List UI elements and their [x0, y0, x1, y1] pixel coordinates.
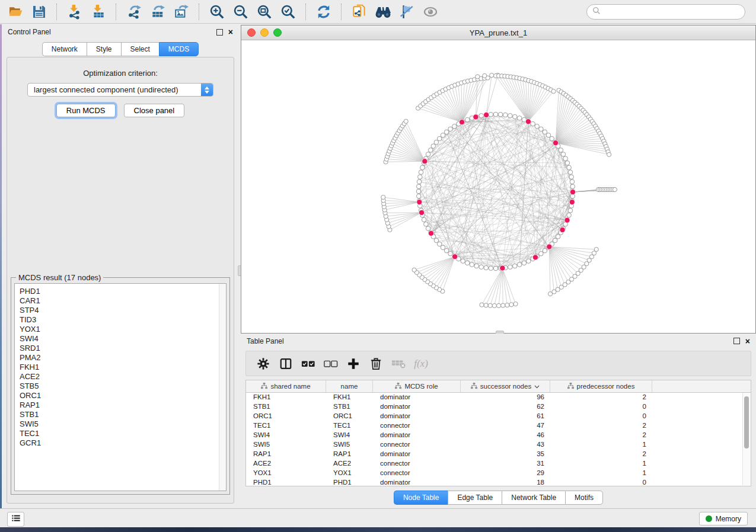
delete-column-button[interactable] [367, 355, 385, 372]
table-cell[interactable]: 96 [461, 393, 550, 400]
criterion-dropdown[interactable]: largest connected component (undirected) [27, 83, 213, 97]
table-cell[interactable]: 0 [550, 479, 652, 486]
float-panel-icon[interactable] [216, 29, 223, 36]
table-cell[interactable]: dominator [373, 393, 461, 400]
column-header-name[interactable]: name [326, 380, 373, 392]
table-cell[interactable]: 2 [550, 393, 652, 400]
export-image-button[interactable] [172, 3, 191, 21]
table-cell[interactable]: connector [373, 422, 461, 429]
table-cell[interactable]: SWI5 [246, 441, 326, 448]
table-cell[interactable]: PHD1 [326, 479, 373, 486]
table-cell[interactable]: RAP1 [246, 450, 326, 457]
toggle-columns-button[interactable] [277, 355, 295, 372]
automation-panel-button[interactable] [7, 512, 24, 527]
mcds-result-item[interactable]: TID3 [20, 315, 226, 325]
table-row[interactable]: ACE2ACE2connector311 [246, 459, 742, 468]
table-settings-button[interactable] [254, 355, 272, 372]
table-cell[interactable]: 0 [550, 403, 652, 410]
graphics-details-button[interactable] [397, 3, 416, 21]
table-row[interactable]: ORC1ORC1dominator610 [246, 411, 742, 421]
table-cell[interactable]: 1 [550, 460, 652, 467]
mcds-result-item[interactable]: STB5 [20, 382, 226, 391]
table-cell[interactable]: ORC1 [246, 412, 326, 419]
mcds-result-item[interactable]: ACE2 [20, 372, 226, 382]
table-cell[interactable]: 47 [461, 422, 550, 429]
mcds-result-item[interactable]: STP4 [20, 306, 226, 315]
mcds-result-item[interactable]: YOX1 [20, 325, 226, 334]
table-cell[interactable]: 1 [550, 469, 652, 476]
table-cell[interactable]: YOX1 [326, 469, 373, 476]
add-column-button[interactable] [344, 355, 362, 372]
table-cell[interactable]: TEC1 [326, 422, 373, 429]
table-row[interactable]: YOX1YOX1connector291 [246, 468, 742, 477]
zoom-out-button[interactable] [231, 3, 250, 21]
table-row[interactable]: STB1STB1dominator620 [246, 402, 742, 411]
mcds-result-item[interactable]: SWI4 [20, 334, 226, 344]
mcds-result-item[interactable]: TEC1 [20, 429, 226, 438]
table-cell[interactable]: dominator [373, 450, 461, 457]
zoom-in-button[interactable] [208, 3, 227, 21]
table-cell[interactable]: 2 [550, 450, 652, 457]
import-table-button[interactable] [89, 3, 108, 21]
table-cell[interactable]: RAP1 [326, 450, 373, 457]
mcds-result-item[interactable]: ORC1 [20, 391, 226, 400]
table-cell[interactable]: 1 [550, 441, 652, 448]
mcds-result-item[interactable]: PMA2 [20, 353, 226, 363]
unselect-all-columns-button[interactable] [322, 355, 340, 372]
table-cell[interactable]: connector [373, 441, 461, 448]
import-network-button[interactable] [65, 3, 84, 21]
table-cell[interactable]: 46 [461, 431, 550, 438]
table-cell[interactable]: 18 [461, 479, 550, 486]
memory-button[interactable]: Memory [699, 512, 748, 525]
table-scrollbar[interactable] [742, 393, 750, 485]
close-panel-icon[interactable]: × [228, 29, 233, 35]
table-cell[interactable]: dominator [373, 479, 461, 486]
table-cell[interactable]: 31 [461, 460, 550, 467]
mcds-result-item[interactable]: GCR1 [20, 438, 226, 448]
table-cell[interactable]: SWI4 [326, 431, 373, 438]
mcds-result-item[interactable]: FKH1 [20, 363, 226, 372]
table-row[interactable]: FKH1FKH1dominator962 [246, 392, 742, 402]
table-cell[interactable]: dominator [373, 403, 461, 410]
mcds-result-item[interactable]: SWI5 [20, 419, 226, 429]
mcds-result-item[interactable]: SRD1 [20, 344, 226, 353]
table-scrollbar-thumb[interactable] [744, 396, 749, 448]
table-cell[interactable]: 61 [461, 412, 550, 419]
table-cell[interactable]: dominator [373, 431, 461, 438]
zoom-fit-button[interactable] [255, 3, 274, 21]
table-cell[interactable]: STB1 [246, 403, 326, 410]
table-cell[interactable]: 2 [550, 422, 652, 429]
tab-motifs[interactable]: Motifs [565, 491, 603, 505]
mcds-result-item[interactable]: PHD1 [20, 287, 226, 296]
table-row[interactable]: RAP1RAP1dominator352 [246, 449, 742, 459]
birds-eye-button[interactable] [421, 3, 440, 21]
column-header-MCDS-role[interactable]: MCDS role [373, 380, 461, 392]
run-mcds-button[interactable]: Run MCDS [56, 104, 116, 117]
tab-node-table[interactable]: Node Table [394, 491, 448, 505]
table-cell[interactable]: connector [373, 469, 461, 476]
table-cell[interactable]: STB1 [326, 403, 373, 410]
table-cell[interactable]: YOX1 [246, 469, 326, 476]
mcds-result-item[interactable]: CAR1 [20, 296, 226, 306]
mcds-result-list[interactable]: PHD1CAR1STP4TID3YOX1SWI4SRD1PMA2FKH1ACE2… [14, 283, 227, 491]
table-row[interactable]: TEC1TEC1connector472 [246, 421, 742, 430]
find-button[interactable] [374, 3, 393, 21]
mcds-result-item[interactable]: RAP1 [20, 400, 226, 410]
table-cell[interactable]: 0 [550, 412, 652, 419]
mcds-list-scrollbar[interactable] [219, 284, 226, 491]
tab-network[interactable]: Network [42, 42, 87, 56]
close-table-panel-icon[interactable]: × [745, 338, 750, 344]
save-session-button[interactable] [30, 3, 49, 21]
table-cell[interactable]: ORC1 [326, 412, 373, 419]
table-cell[interactable]: ACE2 [246, 460, 326, 467]
table-cell[interactable]: dominator [373, 412, 461, 419]
network-from-selection-button[interactable] [350, 3, 369, 21]
network-window-titlebar[interactable]: YPA_prune.txt_1 [241, 25, 755, 40]
network-canvas[interactable] [241, 40, 755, 333]
table-cell[interactable]: TEC1 [246, 422, 326, 429]
table-cell[interactable]: 62 [461, 403, 550, 410]
close-panel-button[interactable]: Close panel [124, 104, 185, 117]
tab-network-table[interactable]: Network Table [502, 491, 565, 505]
tab-mcds[interactable]: MCDS [159, 42, 199, 56]
column-header-shared-name[interactable]: shared name [246, 380, 326, 392]
